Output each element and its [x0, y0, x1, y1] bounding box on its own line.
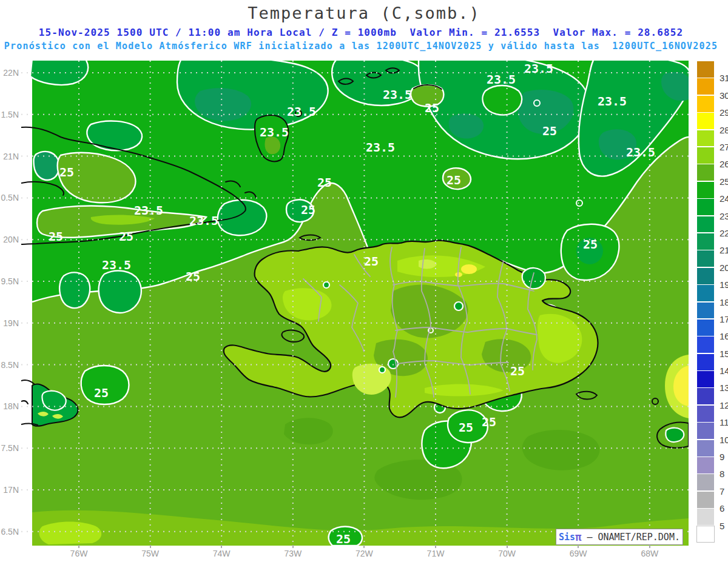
contour-label: 23.5 [487, 72, 516, 87]
lon-tick-mark [507, 545, 508, 548]
lat-tick-label: 1.5N [0, 110, 19, 119]
lat-tick-label: 8.5N [0, 360, 19, 370]
contour-label: 25 [336, 532, 351, 546]
cuba-mountain-cool-spot [33, 152, 59, 180]
contour-label: 25 [317, 175, 332, 190]
lon-tick-label: 73W [274, 549, 312, 558]
lat-tick-label: 17N [0, 485, 19, 495]
colorbar-tick-label: 24 [720, 193, 728, 204]
sispi-pi-symbol: π [575, 531, 581, 543]
colorbar-segment [696, 78, 715, 95]
branding-box: Sisπ – ONAMET/REP.DOM. [556, 529, 683, 545]
lon-tick-label: 70W [488, 549, 527, 558]
subtitle-model-info: Pronóstico con el Modelo Atmósferico WRF… [0, 41, 722, 52]
colorbar-segment [696, 508, 715, 526]
sea-warm-hole [482, 85, 522, 115]
lat-tick-label: 22N [0, 68, 19, 78]
colorbar-tick-label: 14 [720, 366, 728, 376]
colorbar-tick-label: 20 [720, 263, 728, 273]
colorbar-tick-label: 25 [720, 176, 728, 187]
colorbar-segment [696, 473, 715, 491]
weather-map-page: Temperatura (C,somb.) 15-Nov-2025 1500 U… [0, 0, 728, 562]
contour-label: 23.5 [189, 213, 218, 228]
contour-label: 23.5 [524, 61, 553, 76]
contour-label: 25 [542, 124, 557, 138]
lon-tick-mark [221, 545, 222, 548]
page-title: Temperatura (C,somb.) [0, 4, 728, 22]
colorbar-tick-label: 28 [720, 125, 728, 135]
lon-tick-mark [435, 545, 436, 548]
colorbar-segment [696, 457, 715, 474]
lon-tick-label: 69W [559, 549, 598, 558]
lon-tick-mark [150, 545, 151, 548]
colorbar-tick-label: 8 [720, 469, 724, 479]
islet [652, 398, 658, 404]
contour-label: 25 [49, 229, 63, 244]
colorbar-tick-label: 17 [720, 314, 728, 324]
colorbar-segment [696, 491, 715, 509]
lon-tick-label: 76W [59, 549, 98, 558]
colorbar-segment [696, 405, 715, 423]
colorbar-segment [696, 61, 715, 78]
lat-tick-label: 18N [0, 401, 19, 411]
colorbar-segment [696, 250, 715, 267]
colorbar-tick-label: 26 [720, 159, 728, 169]
colorbar-tick-label: 27 [720, 142, 728, 152]
contour-label: 25 [583, 237, 598, 252]
lon-tick-label: 68W [630, 549, 669, 558]
colorbar-segment [696, 267, 715, 285]
colorbar-tick-label: 23 [720, 211, 728, 221]
subtitle-validtime: 15-Nov-2025 1500 UTC / 11:00 am Hora Loc… [0, 27, 722, 38]
sispi-logo-text: Sis [559, 532, 575, 543]
lat-tick-label: 9.5N [0, 276, 19, 286]
colorbar-tick-label: 10 [720, 435, 728, 445]
colorbar-segment [696, 216, 715, 233]
colorbar-tick-label: 16 [720, 331, 728, 341]
contour-label: 25 [59, 165, 74, 179]
colorbar-segment [696, 198, 715, 216]
lon-tick-mark [649, 545, 650, 548]
colorbar-tick-label: 18 [720, 297, 728, 307]
lon-tick-label: 72W [345, 549, 383, 558]
temperature-map: 23.523.523.523.523.523.523.523.523.523.5… [21, 61, 689, 546]
contour-label: 25 [482, 415, 496, 429]
colorbar-segment [696, 164, 715, 181]
lon-tick-label: 74W [202, 549, 241, 558]
lon-tick-mark [292, 545, 294, 548]
colorbar-segment [696, 319, 715, 336]
colorbar-segment [696, 302, 715, 319]
colorbar-tick-label: 29 [720, 107, 728, 118]
colorbar-tick-label: 31 [720, 73, 728, 83]
colorbar-segment [696, 370, 715, 388]
colorbar-segment [696, 440, 715, 457]
colorbar-tick-label: 11 [720, 417, 728, 427]
colorbar-tick-label: 21 [720, 245, 728, 255]
lon-tick-mark [578, 545, 579, 548]
contour-label: 23.5 [260, 125, 289, 139]
colorbar-segment [696, 353, 715, 371]
colorbar-tick-label: 15 [720, 349, 728, 359]
contour-label: 25 [447, 173, 461, 187]
agency-label: – ONAMET/REP.DOM. [581, 532, 680, 543]
lon-tick-mark [363, 545, 365, 548]
contour-label: 23.5 [102, 258, 131, 272]
colorbar-segment [696, 422, 715, 440]
colorbar-segment [696, 147, 715, 164]
colorbar-segment [696, 526, 715, 543]
contour-label: 25 [364, 254, 379, 269]
contour-label: 25 [301, 202, 315, 217]
colorbar-tick-label: 30 [720, 90, 728, 101]
colorbar-segment [696, 336, 715, 353]
lat-tick-label: 0.5N [0, 193, 19, 202]
colorbar-tick-label: 13 [720, 383, 728, 393]
lat-tick-label: 6.5N [0, 527, 19, 537]
contour-label: 23.5 [366, 140, 395, 155]
contour-label: 25 [459, 420, 473, 435]
contour-label: 25 [425, 101, 439, 115]
colorbar-segment [696, 387, 715, 405]
lat-tick-label: 19N [0, 318, 19, 328]
jamaica-cool-ring [42, 391, 66, 410]
colorbar-segment [696, 181, 715, 199]
lon-tick-mark [78, 545, 79, 548]
temperature-colorbar: 3130292827262524232221201918171615141312… [696, 61, 715, 543]
